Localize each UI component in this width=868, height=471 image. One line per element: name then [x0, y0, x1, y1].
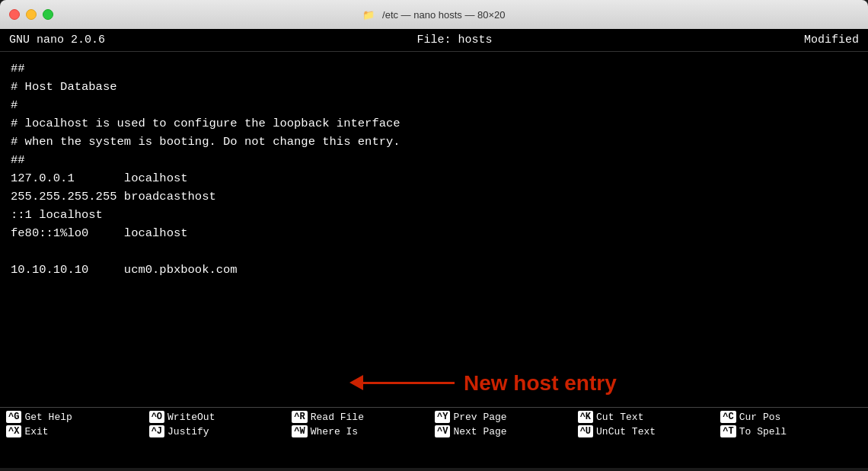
shortcut-row-4-1: ^UUnCut Text — [578, 425, 720, 437]
shortcut-key-3-0: ^Y — [435, 411, 450, 423]
shortcut-label-5-1: To Spell — [739, 426, 787, 437]
modified-status: Modified — [804, 34, 859, 46]
annotation: New host entry — [350, 367, 617, 399]
shortcut-key-1-1: ^J — [149, 425, 164, 437]
shortcuts-bar: ^GGet Help^XExit^OWriteOut^JJustify^RRea… — [0, 407, 868, 468]
shortcut-row-4-0: ^KCut Text — [578, 411, 720, 423]
shortcut-group-5: ^CCur Pos^TTo Spell — [720, 411, 862, 465]
shortcut-group-0: ^GGet Help^XExit — [6, 411, 148, 465]
shortcut-row-2-1: ^WWhere Is — [292, 425, 433, 437]
shortcut-row-5-0: ^CCur Pos — [720, 411, 862, 423]
minimize-button[interactable] — [26, 9, 37, 20]
editor-area[interactable]: ## # Host Database # # localhost is used… — [0, 52, 868, 407]
shortcut-label-2-1: Where Is — [311, 426, 358, 437]
arrow-line — [363, 382, 455, 384]
file-name: File: hosts — [416, 34, 492, 46]
shortcut-row-3-1: ^VNext Page — [435, 425, 576, 437]
shortcut-key-2-1: ^W — [292, 425, 307, 437]
shortcut-label-0-1: Exit — [24, 426, 48, 437]
shortcut-label-3-0: Prev Page — [453, 412, 506, 423]
title-bar: 📁 /etc — nano hosts — 80×20 — [0, 0, 868, 29]
shortcut-label-1-0: WriteOut — [168, 412, 215, 423]
editor-content: ## # Host Database # # localhost is used… — [11, 59, 857, 279]
shortcut-label-5-0: Cur Pos — [739, 412, 781, 423]
traffic-lights — [9, 9, 53, 20]
arrow — [350, 375, 455, 390]
shortcut-key-4-1: ^U — [578, 425, 593, 437]
info-bar: GNU nano 2.0.6 File: hosts Modified — [0, 29, 868, 52]
arrow-head — [349, 375, 363, 390]
shortcut-label-3-1: Next Page — [453, 426, 506, 437]
close-button[interactable] — [9, 9, 20, 20]
shortcut-key-0-1: ^X — [6, 425, 21, 437]
folder-icon: 📁 — [362, 9, 375, 21]
shortcut-label-4-1: UnCut Text — [596, 426, 656, 437]
shortcut-group-1: ^OWriteOut^JJustify — [149, 411, 291, 465]
shortcut-key-2-0: ^R — [292, 411, 307, 423]
shortcut-row-2-0: ^RRead File — [292, 411, 433, 423]
window-title: 📁 /etc — nano hosts — 80×20 — [362, 9, 505, 21]
shortcut-label-4-0: Cut Text — [596, 412, 643, 423]
shortcut-key-3-1: ^V — [435, 425, 450, 437]
shortcut-key-0-0: ^G — [6, 411, 21, 423]
shortcut-label-2-0: Read File — [311, 412, 364, 423]
shortcut-key-4-0: ^K — [578, 411, 593, 423]
shortcut-row-1-0: ^OWriteOut — [149, 411, 291, 423]
shortcut-row-5-1: ^TTo Spell — [720, 425, 862, 437]
shortcut-key-1-0: ^O — [149, 411, 164, 423]
shortcut-key-5-0: ^C — [720, 411, 736, 423]
shortcut-key-5-1: ^T — [720, 425, 736, 437]
shortcut-group-2: ^RRead File^WWhere Is — [292, 411, 433, 465]
shortcut-label-1-1: Justify — [168, 426, 209, 437]
shortcut-row-1-1: ^JJustify — [149, 425, 291, 437]
nano-version: GNU nano 2.0.6 — [9, 34, 105, 46]
shortcut-row-0-1: ^XExit — [6, 425, 148, 437]
shortcut-group-3: ^YPrev Page^VNext Page — [435, 411, 576, 465]
shortcut-group-4: ^KCut Text^UUnCut Text — [578, 411, 720, 465]
shortcut-row-0-0: ^GGet Help — [6, 411, 148, 423]
shortcut-label-0-0: Get Help — [24, 412, 72, 423]
maximize-button[interactable] — [43, 9, 53, 20]
shortcut-row-3-0: ^YPrev Page — [435, 411, 576, 423]
annotation-text: New host entry — [464, 367, 617, 399]
